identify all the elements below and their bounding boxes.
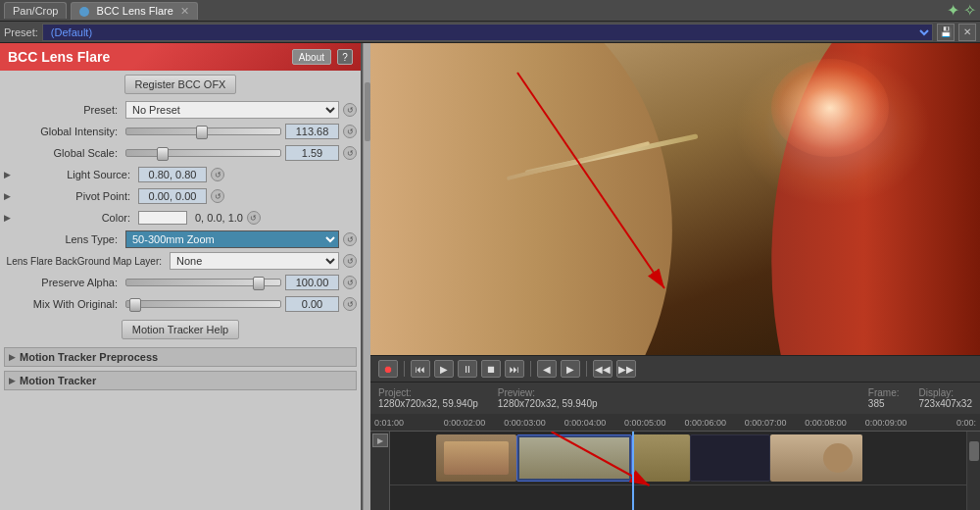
preset-reset-btn[interactable]: ↺ (343, 103, 357, 117)
motion-tracker-help-btn[interactable]: Motion Tracker Help (122, 320, 239, 339)
pivot-point-reset[interactable]: ↺ (211, 189, 224, 203)
param-preset-row: Preset: No Preset ↺ (4, 100, 357, 120)
lens-type-row: Lens Type: 50-300mm Zoom ↺ (4, 230, 357, 249)
right-side: ⏺ ⏮ ▶ ⏸ ⏹ ⏭ ◀ ▶ ◀◀ ▶▶ Project: 1280x720x… (370, 43, 980, 510)
mix-track[interactable] (125, 300, 281, 308)
ruler-mark-3: 0:00:04:00 (555, 418, 614, 428)
video-preview[interactable] (370, 43, 980, 355)
global-intensity-thumb[interactable] (196, 126, 208, 139)
ruler-mark-6: 0:00:07:00 (735, 418, 795, 428)
help-btn[interactable]: ? (337, 49, 353, 65)
left-panel: BCC Lens Flare About ? Register BCC OFX … (0, 43, 363, 510)
light-source-value[interactable]: 0.80, 0.80 (138, 167, 207, 182)
section2-label: Motion Tracker (20, 375, 96, 386)
timeline-area: 0:01:00 0:00:02:00 0:00:03:00 0:00:04:00… (370, 414, 980, 510)
ruler-mark-0: 0:01:00 (374, 418, 434, 428)
record-btn[interactable]: ⏺ (378, 360, 398, 378)
global-scale-thumb[interactable] (157, 147, 169, 161)
color-reset[interactable]: ↺ (247, 211, 261, 225)
global-intensity-value[interactable]: 113.68 (285, 124, 339, 139)
frame-label: Frame: (868, 387, 900, 398)
global-intensity-reset[interactable]: ↺ (343, 125, 357, 138)
left-panel-scrollbar[interactable] (363, 43, 370, 510)
global-scale-reset[interactable]: ↺ (343, 146, 357, 160)
plugin-title: BCC Lens Flare (8, 49, 110, 65)
mix-reset[interactable]: ↺ (343, 297, 357, 311)
play-btn[interactable]: ▶ (434, 360, 454, 378)
preserve-alpha-reset[interactable]: ↺ (343, 276, 357, 289)
timeline-scroll-thumb[interactable] (969, 441, 979, 461)
clip-5[interactable] (770, 434, 862, 482)
lens-bg-label: Lens Flare BackGround Map Layer: (4, 256, 166, 267)
timeline-ruler[interactable]: 0:01:00 0:00:02:00 0:00:03:00 0:00:04:00… (370, 414, 980, 432)
timeline-scrollbar-v[interactable] (966, 432, 980, 510)
timeline-strip-icon[interactable]: ▶ (372, 434, 388, 447)
clip-5-thumb (770, 434, 862, 482)
nav-icon-1[interactable]: ✦ (947, 1, 959, 20)
light-source-arrow[interactable]: ▶ (4, 170, 11, 179)
frame-info: Frame: 385 (868, 387, 900, 409)
global-scale-value[interactable]: 1.59 (285, 145, 339, 161)
color-row: ▶ Color: 0, 0.0, 1.0 ↺ (4, 208, 357, 228)
preset-close-btn[interactable]: ✕ (958, 24, 976, 41)
mix-value[interactable]: 0.00 (285, 296, 339, 312)
project-info: Project: 1280x720x32, 59.940p (378, 387, 478, 409)
pivot-point-value[interactable]: 0.00, 0.00 (138, 188, 207, 204)
plugin-header: BCC Lens Flare About ? (0, 43, 361, 71)
preserve-alpha-thumb[interactable] (253, 277, 265, 290)
light-source-reset[interactable]: ↺ (211, 168, 224, 181)
about-btn[interactable]: About (292, 49, 331, 65)
global-scale-track[interactable] (125, 149, 281, 157)
lens-bg-select[interactable]: None (170, 252, 339, 270)
rewind-start-btn[interactable]: ⏮ (411, 360, 430, 378)
tab-icon (79, 7, 89, 17)
project-value: 1280x720x32, 59.940p (378, 398, 478, 409)
mix-thumb[interactable] (129, 298, 141, 312)
stop-btn[interactable]: ⏹ (481, 360, 501, 378)
info-bar: Project: 1280x720x32, 59.940p Preview: 1… (370, 382, 980, 414)
motion-tracker-section[interactable]: ▶ Motion Tracker (4, 371, 357, 390)
plugin-header-right: About ? (292, 49, 353, 65)
pause-btn[interactable]: ⏸ (458, 360, 477, 378)
rewind-btn[interactable]: ◀◀ (593, 360, 612, 378)
display-label: Display: (919, 387, 973, 398)
clip-1[interactable] (436, 434, 516, 482)
timeline-left-strip: ▶ (370, 432, 390, 510)
preserve-alpha-row: Preserve Alpha: 100.00 ↺ (4, 273, 357, 292)
color-swatch[interactable] (138, 211, 187, 225)
clip-3[interactable] (632, 434, 690, 482)
clip-1-thumb (436, 434, 516, 482)
global-intensity-slider-container (125, 128, 281, 135)
section1-label: Motion Tracker Preprocess (20, 351, 158, 363)
tab-pan-crop[interactable]: Pan/Crop (4, 2, 67, 19)
color-label: Color: (17, 212, 134, 224)
prev-frame-btn[interactable]: ◀ (537, 360, 557, 378)
preserve-alpha-track[interactable] (125, 279, 281, 286)
clip-selected[interactable] (516, 434, 632, 482)
next-frame-btn[interactable]: ▶ (561, 360, 580, 378)
forward-end-btn[interactable]: ⏭ (505, 360, 524, 378)
clip-1-preview (444, 441, 509, 475)
tab-bcc-lens-flare[interactable]: BCC Lens Flare ✕ (71, 2, 197, 20)
clip-dark[interactable] (690, 434, 770, 482)
color-arrow[interactable]: ▶ (4, 213, 11, 223)
section2-arrow: ▶ (9, 376, 16, 385)
register-btn[interactable]: Register BCC OFX (124, 75, 237, 94)
preset-save-btn[interactable]: 💾 (937, 24, 955, 41)
top-bar: Pan/Crop BCC Lens Flare ✕ ✦ ✧ (0, 0, 980, 22)
nav-icon-2[interactable]: ✧ (963, 1, 976, 20)
motion-tracker-preprocess-section[interactable]: ▶ Motion Tracker Preprocess (4, 347, 357, 367)
lens-type-reset[interactable]: ↺ (343, 232, 357, 246)
timeline-tracks[interactable] (390, 432, 966, 510)
tab-close-icon[interactable]: ✕ (180, 5, 189, 17)
ruler-marks: 0:01:00 0:00:02:00 0:00:03:00 0:00:04:00… (370, 418, 980, 428)
preserve-alpha-value[interactable]: 100.00 (285, 275, 339, 290)
preset-select[interactable]: (Default) (42, 24, 933, 41)
pivot-point-arrow[interactable]: ▶ (4, 191, 11, 201)
playhead[interactable] (632, 432, 634, 510)
lens-bg-reset[interactable]: ↺ (343, 254, 357, 268)
fast-forward-btn[interactable]: ▶▶ (616, 360, 636, 378)
preset-param-select[interactable]: No Preset (125, 101, 339, 119)
global-intensity-track[interactable] (125, 128, 281, 135)
lens-type-select[interactable]: 50-300mm Zoom (125, 230, 339, 248)
